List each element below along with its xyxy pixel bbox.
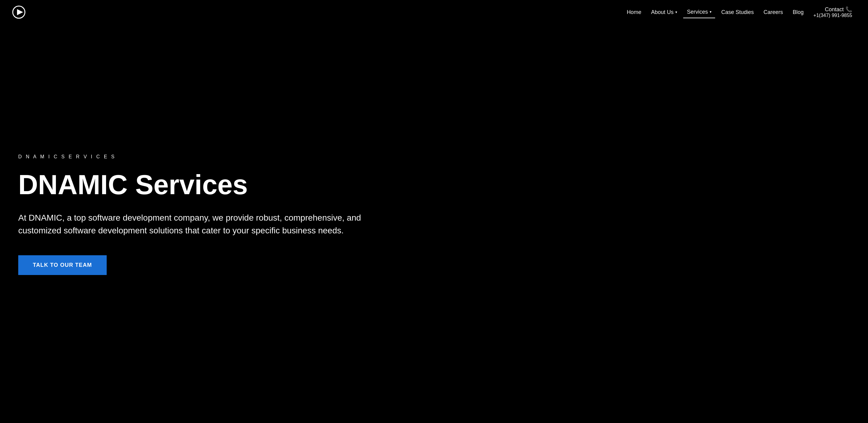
nav-item-home[interactable]: Home xyxy=(623,7,645,18)
chevron-down-icon: ▾ xyxy=(710,10,711,14)
hero-eyebrow: D N A M I C S E R V I C E S xyxy=(18,154,850,160)
hero-title: DNAMIC Services xyxy=(18,170,261,199)
hero-description: At DNAMIC, a top software development co… xyxy=(18,212,383,237)
phone-icon: 📞 xyxy=(845,6,852,13)
nav-phone-group: Contact 📞 +1(347) 991-9855 xyxy=(810,4,856,21)
nav-item-services[interactable]: Services ▾ xyxy=(683,6,715,18)
navigation: Home About Us ▾ Services ▾ Case Studies … xyxy=(0,0,868,24)
phone-number: +1(347) 991-9855 xyxy=(810,13,856,21)
nav-item-blog[interactable]: Blog xyxy=(789,7,807,18)
hero-section: D N A M I C S E R V I C E S DNAMIC Servi… xyxy=(0,0,868,423)
cta-talk-to-team-button[interactable]: TALK TO OUR TEAM xyxy=(18,255,107,275)
contact-label: Contact xyxy=(825,6,844,13)
nav-item-about-us[interactable]: About Us ▾ xyxy=(647,7,681,18)
nav-item-case-studies[interactable]: Case Studies xyxy=(718,7,757,18)
chevron-down-icon: ▾ xyxy=(675,10,677,14)
logo[interactable] xyxy=(12,5,26,19)
nav-contact-link[interactable]: Contact 📞 xyxy=(821,4,856,13)
nav-item-careers[interactable]: Careers xyxy=(760,7,786,18)
svg-marker-1 xyxy=(17,9,23,15)
nav-services-label: Services xyxy=(687,9,708,15)
nav-links: Home About Us ▾ Services ▾ Case Studies … xyxy=(623,4,856,21)
nav-about-us-label: About Us xyxy=(651,9,674,15)
